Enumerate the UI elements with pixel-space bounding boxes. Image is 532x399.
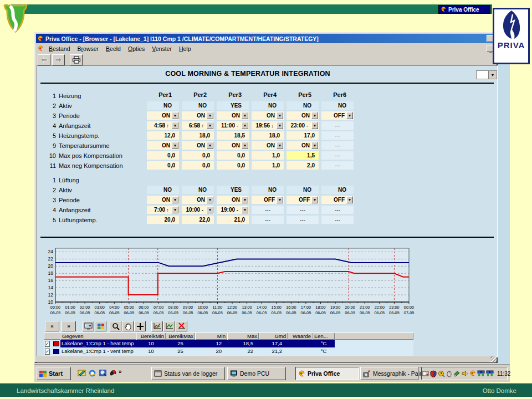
chevron-down-icon[interactable]: ▼: [172, 142, 178, 149]
time-cell[interactable]: 4:58↑▼: [147, 121, 179, 130]
legend-column-header[interactable]: Max: [227, 332, 259, 340]
legend-column-header[interactable]: Waarde: [288, 332, 313, 340]
menu-item-bestand[interactable]: Bestand: [49, 45, 70, 52]
dropdown-cell[interactable]: OFF▼: [252, 196, 284, 204]
taskbar-task-messgraphik-paint[interactable]: Messgraphik - Paint: [360, 367, 422, 380]
dropdown-cell[interactable]: ON▼: [217, 141, 249, 150]
dropdown-cell[interactable]: ON▼: [217, 111, 249, 120]
priva-office-top-button[interactable]: Priva Office: [438, 5, 490, 14]
time-cell[interactable]: 19:56↓▼: [252, 121, 284, 130]
start-button[interactable]: Start: [37, 367, 71, 380]
chevron-down-icon[interactable]: ▼: [242, 122, 248, 129]
value-cell[interactable]: 17,0: [287, 131, 319, 140]
value-cell[interactable]: 2,0: [287, 161, 319, 170]
chevron-down-icon[interactable]: ▼: [277, 122, 283, 129]
priva-tray-icon[interactable]: [469, 370, 476, 377]
chevron-down-icon[interactable]: ▼: [277, 142, 283, 149]
resize-grip[interactable]: [490, 356, 497, 362]
chevron-down-icon[interactable]: ▼: [207, 142, 213, 149]
network-pc2-icon[interactable]: [486, 370, 494, 377]
dropdown-cell[interactable]: OFF▼: [321, 196, 354, 204]
chevron-down-icon[interactable]: ▼: [207, 206, 213, 213]
chevron-down-icon[interactable]: ▼: [311, 196, 318, 203]
chevron-down-icon[interactable]: ▼: [277, 196, 283, 203]
dropdown-cell[interactable]: ON▼: [182, 196, 214, 204]
dropdown-cell[interactable]: OFF▼: [287, 196, 319, 204]
mouse-icon[interactable]: [446, 370, 452, 377]
device-icon[interactable]: [422, 370, 429, 377]
taskbar-task-demo-pcu[interactable]: Demo PCU: [227, 367, 286, 380]
value-cell[interactable]: 0,0: [147, 151, 179, 160]
antivirus-shield-icon[interactable]: [430, 370, 437, 377]
chevron-down-icon[interactable]: ▼: [346, 196, 353, 203]
value-cell[interactable]: 0,0: [147, 161, 179, 170]
show-desktop-icon[interactable]: [76, 368, 86, 378]
page-selector-dropdown[interactable]: ▼: [476, 70, 497, 79]
dropdown-cell[interactable]: ON▼: [287, 141, 319, 150]
forward-arrow-icon[interactable]: [52, 54, 65, 65]
dropdown-cell[interactable]: ON▼: [287, 111, 319, 120]
back-arrow-icon[interactable]: [38, 54, 50, 65]
magnifier-button[interactable]: [110, 321, 121, 331]
value-cell[interactable]: 18,0: [182, 131, 214, 140]
series-visible-checkbox[interactable]: ✓: [45, 341, 50, 347]
chevron-down-icon[interactable]: ▼: [242, 112, 248, 119]
time-cell[interactable]: 7:00↑▼: [147, 206, 179, 214]
legend-row[interactable]: ✓Lakelane_1:Cmp 1 - vent temp1025202221,…: [44, 347, 413, 355]
chevron-down-icon[interactable]: ▼: [488, 71, 497, 79]
window-titlebar[interactable]: Priva Office - [Browser - [Lakelane_1] I…: [36, 34, 496, 43]
crosshair-button[interactable]: [134, 321, 146, 331]
chevron-down-icon[interactable]: ▼: [311, 112, 318, 119]
legend-column-header[interactable]: BereikMin: [136, 332, 166, 340]
legend-column-header[interactable]: Gegeven: [60, 332, 136, 340]
chevron-down-icon[interactable]: ▼: [242, 142, 248, 149]
chevron-down-icon[interactable]: ▼: [242, 196, 248, 203]
media-player-icon[interactable]: [108, 368, 118, 378]
menu-item-help[interactable]: Help: [179, 45, 191, 52]
taskbar-task-priva-office[interactable]: Priva Office: [295, 367, 359, 380]
time-cell[interactable]: 10:00-▼: [182, 206, 214, 214]
chevron-down-icon[interactable]: ▼: [311, 142, 318, 149]
dropdown-cell[interactable]: ON▼: [252, 141, 284, 150]
value-cell[interactable]: 18,0: [252, 131, 284, 140]
value-cell[interactable]: 1,0: [252, 151, 284, 160]
dropdown-cell[interactable]: ON▼: [252, 111, 284, 120]
chevron-down-icon[interactable]: ▼: [172, 122, 178, 129]
menu-item-browser[interactable]: Browser: [78, 45, 99, 52]
hand-button[interactable]: [122, 321, 134, 331]
legend-column-header[interactable]: Min: [195, 332, 227, 340]
dropdown-cell[interactable]: ON▼: [182, 141, 214, 150]
print-icon[interactable]: [70, 54, 83, 65]
dropdown-cell[interactable]: ON▼: [217, 196, 249, 204]
value-cell[interactable]: 0,0: [182, 161, 214, 170]
chevron-down-icon[interactable]: ▼: [172, 112, 178, 119]
dropdown-cell[interactable]: ON▼: [182, 111, 214, 120]
chevron-down-icon[interactable]: ▼: [242, 206, 248, 213]
network-pc-icon[interactable]: [477, 370, 485, 377]
chevron-down-icon[interactable]: ▼: [207, 196, 213, 203]
dropdown-cell[interactable]: ON▼: [147, 196, 179, 204]
chart-delete-button[interactable]: [176, 321, 187, 331]
view-channels-icon[interactable]: [98, 368, 108, 378]
value-cell[interactable]: 12,0: [147, 131, 179, 140]
time-cell[interactable]: 11:00-▼: [217, 121, 249, 130]
legend-column-header[interactable]: Een...: [313, 332, 335, 340]
value-cell[interactable]: 20,0: [147, 216, 179, 224]
legend-row[interactable]: ✓Lakelane_1:Cmp 1 - heat temp10251218,51…: [44, 340, 413, 347]
chevron-down-icon[interactable]: ▼: [172, 206, 178, 213]
menu-item-opties[interactable]: Opties: [128, 45, 145, 52]
monitor-button[interactable]: [83, 321, 94, 331]
value-cell[interactable]: 18,5: [217, 131, 249, 140]
value-cell[interactable]: 1,0: [252, 161, 284, 170]
volume-icon[interactable]: [462, 370, 468, 377]
time-cell[interactable]: 23:00-▼: [287, 121, 319, 130]
chevron-down-icon[interactable]: ▼: [346, 112, 353, 119]
scheduler-icon[interactable]: [438, 370, 445, 377]
connection-icon[interactable]: [453, 370, 461, 377]
dropdown-cell[interactable]: ON▼: [147, 141, 179, 150]
taskbar-task-status-van-de-logger[interactable]: Status van de logger: [151, 367, 225, 380]
chevron-down-icon[interactable]: ▼: [172, 196, 178, 203]
chevron-down-icon[interactable]: ▼: [311, 122, 318, 129]
chart-up-button[interactable]: [151, 321, 163, 331]
quick-launch-overflow-chevron[interactable]: »: [119, 369, 122, 375]
